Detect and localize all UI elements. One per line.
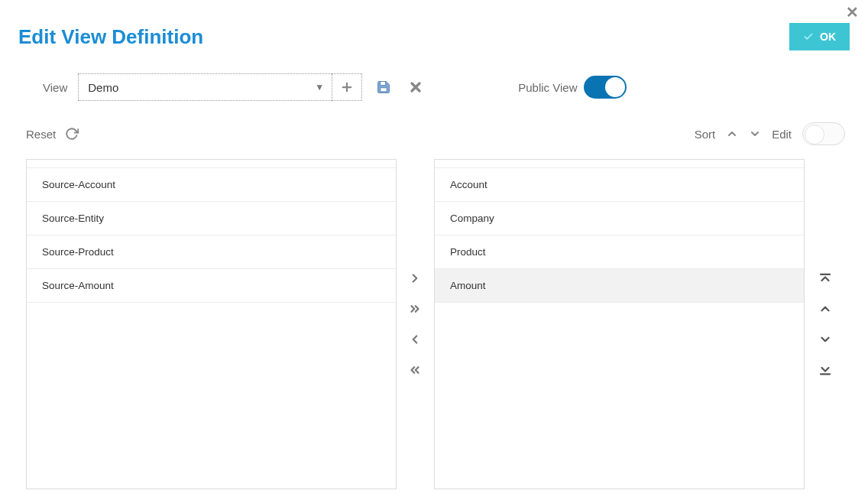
list-item[interactable]: Account [435,167,804,202]
x-icon [408,80,423,95]
chevron-up-icon [818,302,832,316]
move-buttons [397,159,434,489]
delete-view-button[interactable] [408,80,423,95]
chevrons-left-icon [407,363,423,377]
sort-asc-button[interactable] [726,128,738,140]
svg-line-5 [412,83,419,91]
view-value: Demo [88,81,118,94]
chevron-left-icon [408,333,422,346]
list-item[interactable]: Source-Amount [27,269,396,303]
chevron-up-icon [726,128,738,140]
svg-rect-2 [381,82,386,86]
check-icon [803,31,814,42]
move-down-button[interactable] [818,333,832,346]
chevron-down-icon [749,128,761,140]
move-right-button[interactable] [408,271,422,285]
refresh-icon [65,127,79,141]
chevron-right-icon [408,271,422,285]
view-label: View [43,81,67,94]
svg-line-4 [412,83,419,91]
ok-button[interactable]: OK [789,23,850,50]
edit-label: Edit [772,128,792,141]
public-view-label: Public View [518,81,577,94]
public-view-toggle[interactable] [584,76,627,99]
reset-button[interactable] [65,127,79,141]
target-list-panel: Account Company Product Amount [434,159,805,489]
move-top-button[interactable] [818,271,832,285]
chevron-bottom-icon [818,363,832,377]
list-item[interactable]: Source-Account [27,167,396,202]
ok-label: OK [820,31,836,43]
sort-desc-button[interactable] [749,128,761,140]
list-item[interactable]: Source-Product [27,235,396,269]
plus-icon [340,80,354,94]
order-buttons [809,159,842,489]
list-item[interactable]: Product [435,235,804,269]
close-icon[interactable]: ✕ [846,3,859,21]
list-item[interactable]: Company [435,202,804,235]
move-bottom-button[interactable] [818,363,832,377]
view-select[interactable]: Demo ▼ [78,73,332,101]
move-up-button[interactable] [818,302,832,316]
reset-label: Reset [26,128,56,141]
list-item[interactable]: Amount [435,269,804,303]
move-all-right-button[interactable] [407,302,423,316]
move-left-button[interactable] [408,333,422,346]
caret-down-icon: ▼ [315,82,324,93]
source-list-panel: Source-Account Source-Entity Source-Prod… [26,159,397,489]
list-item[interactable]: Source-Entity [27,202,396,235]
chevron-top-icon [818,271,832,285]
save-icon [376,80,391,95]
move-all-left-button[interactable] [407,363,423,377]
page-title: Edit View Definition [18,25,203,49]
chevrons-right-icon [407,302,423,316]
save-view-button[interactable] [376,80,391,95]
add-view-button[interactable] [332,73,362,101]
edit-toggle[interactable] [802,122,845,145]
svg-rect-3 [381,88,387,92]
chevron-down-icon [818,333,832,346]
sort-label: Sort [695,128,716,141]
